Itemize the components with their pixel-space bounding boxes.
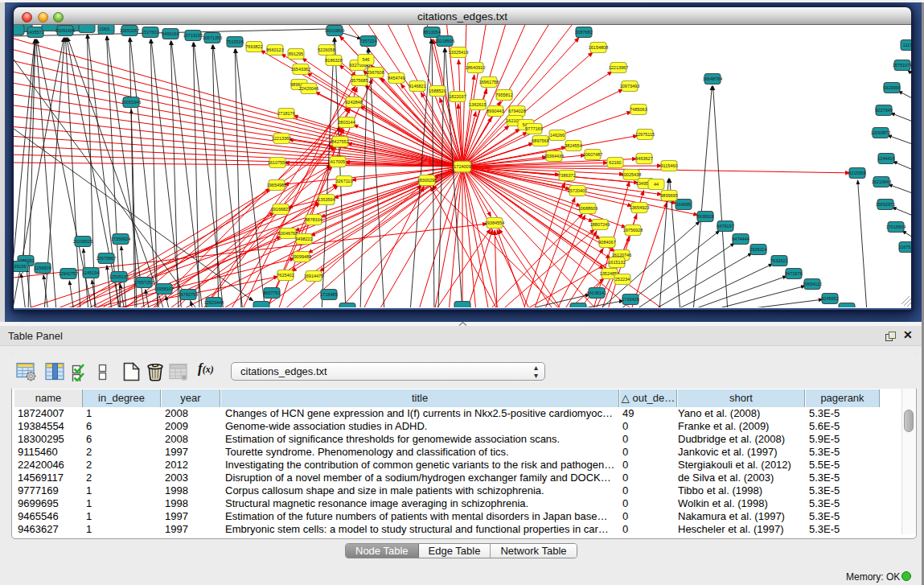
svg-text:1167534: 1167534 xyxy=(898,245,911,249)
svg-text:11171: 11171 xyxy=(903,43,911,47)
